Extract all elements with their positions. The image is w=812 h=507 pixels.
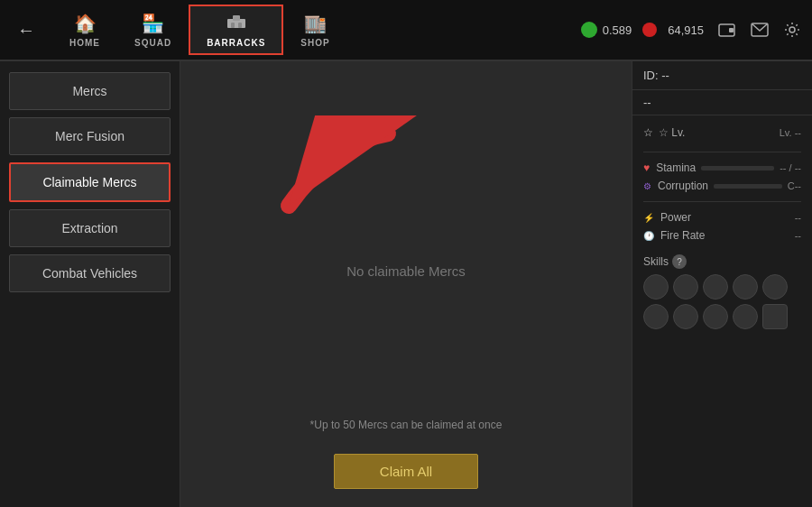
id-bar: ID: -- xyxy=(632,61,812,90)
top-right: 0.589 64,915 xyxy=(581,17,805,42)
skill-slot-2-5 xyxy=(762,304,788,329)
gold-value: 64,915 xyxy=(668,23,704,37)
claim-all-button[interactable]: Claim All xyxy=(334,454,478,489)
nav-label-home: HOME xyxy=(69,38,100,48)
nav-label-shop: SHOP xyxy=(300,38,329,48)
top-nav: ← 🏠 HOME 🏪 SQUAD BARRACKS xyxy=(0,0,812,61)
sidebar-btn-extraction[interactable]: Extraction xyxy=(9,209,171,247)
divider-2 xyxy=(643,201,801,202)
skills-row-2 xyxy=(643,304,801,329)
power-icon: ⚡ xyxy=(643,213,654,223)
nav-label-barracks: BARRACKS xyxy=(207,38,265,48)
skill-slot-2-1 xyxy=(643,304,669,329)
right-panel: ID: -- -- ☆ ☆ Lv. Lv. -- ♥ Stamina xyxy=(632,61,812,507)
corruption-bar xyxy=(714,184,782,189)
power-row: ⚡ Power -- xyxy=(643,211,801,224)
skill-slot-2-3 xyxy=(703,304,728,329)
power-label: ⚡ Power xyxy=(643,211,691,224)
mail-button[interactable] xyxy=(747,17,772,42)
sidebar-btn-mercs[interactable]: Mercs xyxy=(9,72,171,110)
skill-slot-2-4 xyxy=(733,304,758,329)
sidebar-btn-merc-fusion[interactable]: Merc Fusion xyxy=(9,117,171,155)
gem-area: 0.589 xyxy=(581,22,632,38)
skill-slot-2-2 xyxy=(673,304,698,329)
shop-icon: 🏬 xyxy=(304,13,327,34)
squad-icon: 🏪 xyxy=(142,13,164,34)
gem-value: 0.589 xyxy=(603,23,632,37)
main-panel: No claimable Mercs *Up to 50 Mercs can b… xyxy=(180,61,632,507)
svg-point-7 xyxy=(789,27,795,32)
skills-row-1 xyxy=(643,274,801,300)
corruption-row: ⚙ Corruption C-- xyxy=(643,180,801,192)
skills-label: Skills ? xyxy=(643,254,801,269)
skill-slot-1-4 xyxy=(733,274,758,300)
nav-item-shop[interactable]: 🏬 SHOP xyxy=(283,5,346,55)
id-label: ID: -- xyxy=(643,69,669,82)
merc-name: -- xyxy=(632,90,812,115)
main-content: Mercs Merc Fusion Claimable Mercs Extrac… xyxy=(0,61,812,507)
sidebar-btn-combat-vehicles[interactable]: Combat Vehicles xyxy=(9,254,171,292)
settings-button[interactable] xyxy=(780,17,805,42)
nav-items: 🏠 HOME 🏪 SQUAD BARRACKS 🏬 SHOP xyxy=(52,5,347,55)
fire-rate-value: -- xyxy=(795,230,801,241)
stamina-value: -- / -- xyxy=(780,162,801,173)
wallet-button[interactable] xyxy=(715,17,740,42)
bottom-note: *Up to 50 Mercs can be claimed at once xyxy=(310,419,503,431)
star-icon: ☆ xyxy=(643,126,653,139)
skills-section: Skills ? xyxy=(632,249,812,335)
svg-rect-3 xyxy=(238,23,242,28)
stamina-icon: ♥ xyxy=(643,161,650,174)
corruption-icon: ⚙ xyxy=(643,181,651,191)
skill-slot-1-1 xyxy=(643,274,669,300)
corruption-label: ⚙ Corruption xyxy=(643,180,708,192)
no-mercs-text: No claimable Mercs xyxy=(346,263,466,279)
home-icon: 🏠 xyxy=(74,13,97,34)
divider-1 xyxy=(643,152,801,152)
red-gem-icon xyxy=(642,23,657,37)
skill-slot-1-2 xyxy=(673,274,698,300)
power-value: -- xyxy=(795,212,801,223)
fire-rate-icon: 🕐 xyxy=(643,231,654,241)
sidebar-btn-claimable-mercs[interactable]: Claimable Mercs xyxy=(9,162,171,202)
fire-rate-label: 🕐 Fire Rate xyxy=(643,229,705,242)
fire-rate-row: 🕐 Fire Rate -- xyxy=(643,229,801,242)
back-button[interactable]: ← xyxy=(7,11,45,49)
left-sidebar: Mercs Merc Fusion Claimable Mercs Extrac… xyxy=(0,61,180,507)
stamina-label: ♥ Stamina xyxy=(643,161,696,174)
top-right-icons xyxy=(715,17,805,42)
svg-rect-2 xyxy=(231,23,235,28)
stamina-bar xyxy=(701,166,774,171)
stamina-row: ♥ Stamina -- / -- xyxy=(643,161,801,174)
svg-rect-1 xyxy=(233,15,240,21)
skill-slot-1-3 xyxy=(703,274,728,300)
level-label: ☆ ☆ Lv. xyxy=(643,126,685,139)
corruption-value: C-- xyxy=(788,180,801,191)
nav-item-squad[interactable]: 🏪 SQUAD xyxy=(117,5,189,55)
nav-label-squad: SQUAD xyxy=(134,38,171,48)
level-row: ☆ ☆ Lv. Lv. -- xyxy=(643,123,801,143)
barracks-icon xyxy=(226,12,247,34)
arrow-indicator xyxy=(244,115,424,263)
skills-help-button[interactable]: ? xyxy=(672,254,687,269)
nav-item-barracks[interactable]: BARRACKS xyxy=(189,5,283,55)
svg-rect-5 xyxy=(729,28,734,32)
gem-icon xyxy=(581,22,597,38)
nav-item-home[interactable]: 🏠 HOME xyxy=(52,5,117,55)
stats-panel: ☆ ☆ Lv. Lv. -- ♥ Stamina -- / -- xyxy=(632,115,812,249)
skill-slot-1-5 xyxy=(762,274,788,300)
level-value: Lv. -- xyxy=(780,127,801,138)
